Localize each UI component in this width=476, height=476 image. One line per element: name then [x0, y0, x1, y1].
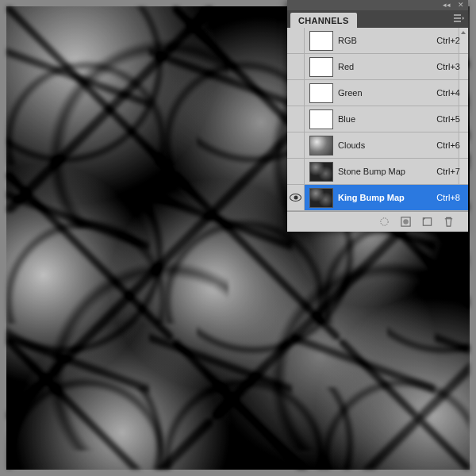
panel-topbar: ◂◂ ✕ — [287, 0, 468, 10]
channel-name-label: Clouds — [338, 140, 436, 150]
visibility-toggle[interactable] — [287, 106, 305, 132]
channel-shortcut-label: Ctrl+8 — [436, 193, 468, 202]
visibility-toggle[interactable] — [287, 80, 305, 106]
channel-row-blue[interactable]: Blue Ctrl+5 — [287, 106, 468, 132]
load-selection-icon[interactable] — [377, 215, 391, 229]
close-icon[interactable]: ✕ — [456, 2, 466, 10]
channel-name-label: Blue — [338, 114, 436, 124]
visibility-toggle[interactable] — [287, 28, 305, 53]
svg-point-0 — [380, 218, 387, 225]
channel-shortcut-label: Ctrl+7 — [436, 167, 468, 176]
channel-thumbnail[interactable] — [309, 57, 333, 77]
channel-thumbnail[interactable] — [309, 109, 333, 129]
channel-shortcut-label: Ctrl+2 — [436, 36, 468, 45]
channel-row-stone-bump-map[interactable]: Stone Bump Map Ctrl+7 — [287, 159, 468, 185]
channel-thumbnail[interactable] — [309, 83, 333, 103]
new-channel-icon[interactable] — [420, 215, 434, 229]
save-selection-icon[interactable] — [398, 215, 413, 229]
panel-tab-bar: CHANNELS — [287, 10, 468, 28]
channels-panel: ◂◂ ✕ CHANNELS RGB Ctrl+2 Red Ctrl+3 Gr — [287, 0, 468, 232]
channel-row-red[interactable]: Red Ctrl+3 — [287, 54, 468, 80]
channel-thumbnail[interactable] — [309, 188, 333, 208]
collapse-icon[interactable]: ◂◂ — [442, 2, 451, 10]
svg-point-2 — [403, 219, 409, 225]
panel-footer — [287, 211, 468, 232]
channel-name-label: Red — [338, 62, 436, 71]
tab-channels[interactable]: CHANNELS — [290, 13, 357, 28]
channel-name-label: Stone Bump Map — [338, 167, 436, 176]
channel-shortcut-label: Ctrl+3 — [436, 62, 468, 71]
channel-thumbnail[interactable] — [309, 136, 333, 155]
visibility-toggle[interactable] — [287, 159, 305, 184]
channel-name-label: RGB — [338, 36, 436, 45]
channel-name-label: King Bump Map — [338, 193, 436, 202]
channel-thumbnail[interactable] — [309, 162, 333, 182]
eye-icon — [290, 194, 301, 202]
channel-row-clouds[interactable]: Clouds Ctrl+6 — [287, 132, 468, 159]
delete-channel-icon[interactable] — [441, 215, 455, 229]
channel-thumbnail[interactable] — [309, 31, 333, 51]
channel-shortcut-label: Ctrl+4 — [436, 88, 468, 98]
channel-list: RGB Ctrl+2 Red Ctrl+3 Green Ctrl+4 Blue … — [287, 28, 468, 211]
visibility-toggle[interactable] — [287, 54, 305, 79]
channel-shortcut-label: Ctrl+5 — [436, 114, 468, 124]
visibility-toggle[interactable] — [287, 185, 305, 210]
panel-menu-icon[interactable] — [453, 13, 464, 23]
channel-name-label: Green — [338, 88, 436, 98]
channel-row-green[interactable]: Green Ctrl+4 — [287, 80, 468, 106]
channel-row-king-bump-map[interactable]: King Bump Map Ctrl+8 — [287, 185, 468, 211]
visibility-toggle[interactable] — [287, 132, 305, 158]
channel-row-rgb[interactable]: RGB Ctrl+2 — [287, 28, 468, 54]
channel-shortcut-label: Ctrl+6 — [436, 140, 468, 150]
